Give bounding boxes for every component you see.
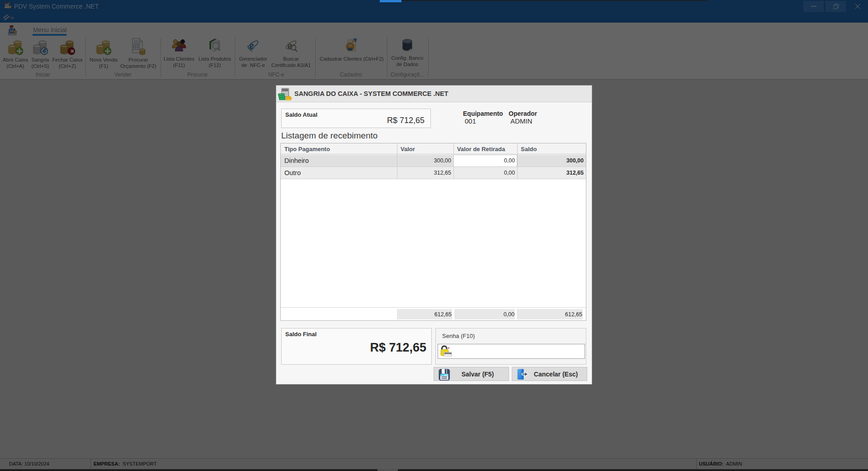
svg-text:****: ****: [444, 352, 452, 357]
